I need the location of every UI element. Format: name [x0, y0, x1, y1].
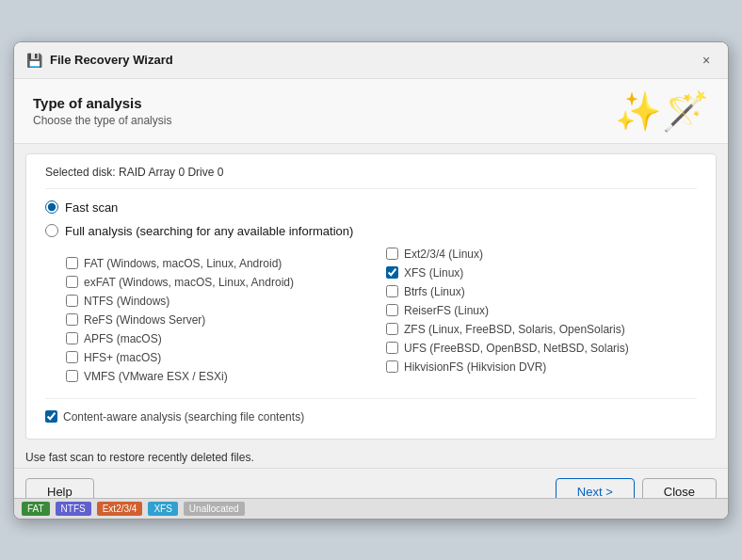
fs-reiser-label: ReiserFS (Linux)	[404, 304, 489, 317]
fs-zfs-item[interactable]: ZFS (Linux, FreeBSD, Solaris, OpenSolari…	[386, 323, 697, 336]
wizard-icon: ✨🪄	[615, 92, 709, 130]
fs-ntfs-label: NTFS (Windows)	[84, 295, 169, 308]
fs-exfat-item[interactable]: exFAT (Windows, macOS, Linux, Android)	[66, 276, 377, 289]
fast-scan-option[interactable]: Fast scan	[45, 200, 697, 215]
app-icon: 💾	[25, 52, 42, 69]
fs-btrfs-item[interactable]: Btrfs (Linux)	[386, 285, 697, 298]
fs-apfs-checkbox[interactable]	[66, 332, 78, 344]
fs-xfs-label: XFS (Linux)	[404, 266, 463, 280]
fs-ntfs-checkbox[interactable]	[66, 295, 78, 307]
fs-ntfs-item[interactable]: NTFS (Windows)	[66, 295, 377, 308]
fs-xfs-item[interactable]: XFS (Linux)	[386, 266, 697, 280]
fs-refs-checkbox[interactable]	[66, 313, 78, 326]
window-close-button[interactable]: ×	[696, 50, 717, 71]
header-section: Type of analysis Choose the type of anal…	[14, 79, 728, 144]
fs-vmfs-label: VMFS (VMware ESX / ESXi)	[84, 370, 228, 383]
fs-zfs-label: ZFS (Linux, FreeBSD, Solaris, OpenSolari…	[404, 323, 625, 336]
page-subheading: Choose the type of analysis	[33, 114, 171, 127]
content-aware-label: Content-aware analysis (searching file c…	[63, 410, 304, 424]
fs-reiser-checkbox[interactable]	[386, 304, 398, 316]
title-bar: 💾 File Recovery Wizard ×	[14, 42, 728, 79]
fs-hikvision-checkbox[interactable]	[386, 360, 398, 373]
fs-fat-item[interactable]: FAT (Windows, macOS, Linux, Android)	[66, 257, 377, 270]
fs-exfat-label: exFAT (Windows, macOS, Linux, Android)	[84, 276, 294, 289]
fs-vmfs-item[interactable]: VMFS (VMware ESX / ESXi)	[66, 370, 377, 383]
fs-fat-label: FAT (Windows, macOS, Linux, Android)	[84, 257, 282, 270]
content-aware-checkbox[interactable]	[45, 410, 57, 423]
content-aware-section: Content-aware analysis (searching file c…	[45, 398, 697, 424]
strip-ntfs: NTFS	[56, 502, 91, 516]
fs-fat-checkbox[interactable]	[66, 257, 78, 269]
fs-xfs-checkbox[interactable]	[386, 266, 398, 279]
strip-xfs: XFS	[148, 502, 177, 516]
fs-btrfs-checkbox[interactable]	[386, 285, 398, 297]
strip-unalloc: Unallocated	[184, 502, 245, 516]
filesystem-grid: FAT (Windows, macOS, Linux, Android) exF…	[66, 248, 697, 383]
fs-hfsplus-checkbox[interactable]	[66, 351, 78, 363]
fs-right-col: Ext2/3/4 (Linux) XFS (Linux) Btrfs (Linu…	[386, 248, 697, 383]
fs-ufs-checkbox[interactable]	[386, 342, 398, 354]
scan-options: Fast scan Full analysis (searching for a…	[45, 200, 697, 238]
header-text: Type of analysis Choose the type of anal…	[33, 95, 171, 127]
fs-ext-item[interactable]: Ext2/3/4 (Linux)	[386, 248, 697, 261]
full-analysis-radio[interactable]	[45, 224, 58, 237]
selected-disk-label: Selected disk: RAID Array 0 Drive 0	[45, 166, 697, 189]
fast-scan-radio[interactable]	[45, 200, 58, 214]
fs-ufs-item[interactable]: UFS (FreeBSD, OpenBSD, NetBSD, Solaris)	[386, 342, 697, 355]
fs-hfsplus-label: HFS+ (macOS)	[84, 351, 161, 364]
fs-ext-checkbox[interactable]	[386, 248, 398, 260]
hint-text: Use fast scan to restore recently delete…	[25, 451, 717, 464]
strip-ext: Ext2/3/4	[97, 502, 143, 516]
fs-apfs-label: APFS (macOS)	[84, 332, 162, 345]
fs-refs-item[interactable]: ReFS (Windows Server)	[66, 313, 377, 327]
page-heading: Type of analysis	[33, 95, 171, 111]
main-content: Selected disk: RAID Array 0 Drive 0 Fast…	[25, 153, 717, 440]
fs-apfs-item[interactable]: APFS (macOS)	[66, 332, 377, 345]
fs-ufs-label: UFS (FreeBSD, OpenBSD, NetBSD, Solaris)	[404, 342, 629, 355]
fs-zfs-checkbox[interactable]	[386, 323, 398, 335]
file-recovery-dialog: 💾 File Recovery Wizard × Type of analysi…	[13, 41, 729, 520]
title-bar-left: 💾 File Recovery Wizard	[25, 52, 173, 69]
fast-scan-label: Fast scan	[65, 200, 118, 215]
fs-vmfs-checkbox[interactable]	[66, 370, 78, 382]
window-title: File Recovery Wizard	[50, 53, 173, 67]
fs-btrfs-label: Btrfs (Linux)	[404, 285, 465, 298]
fs-exfat-checkbox[interactable]	[66, 276, 78, 288]
full-analysis-option[interactable]: Full analysis (searching for any availab…	[45, 224, 697, 238]
full-analysis-label: Full analysis (searching for any availab…	[65, 224, 353, 238]
strip-fat: FAT	[22, 502, 50, 516]
fs-hfsplus-item[interactable]: HFS+ (macOS)	[66, 351, 377, 364]
fs-hikvision-item[interactable]: HikvisionFS (Hikvision DVR)	[386, 360, 697, 374]
fs-ext-label: Ext2/3/4 (Linux)	[404, 248, 483, 261]
fs-refs-label: ReFS (Windows Server)	[84, 313, 205, 327]
fs-left-col: FAT (Windows, macOS, Linux, Android) exF…	[66, 248, 377, 383]
fs-reiser-item[interactable]: ReiserFS (Linux)	[386, 304, 697, 317]
taskbar-strip: FAT NTFS Ext2/3/4 XFS Unallocated	[14, 498, 728, 519]
fs-hikvision-label: HikvisionFS (Hikvision DVR)	[404, 360, 546, 374]
